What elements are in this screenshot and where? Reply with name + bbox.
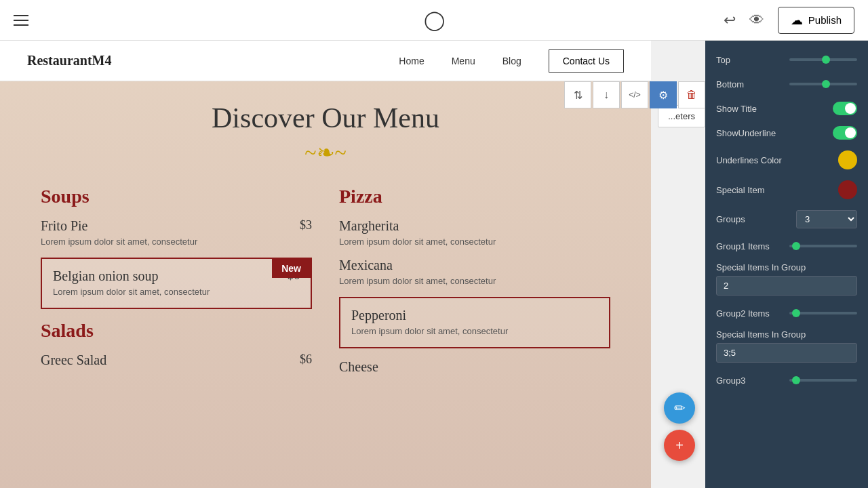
settings-panel: Top Bottom Show Title ShowUnderline Unde… <box>705 41 868 488</box>
menu-columns: Soups Frito Pie $3 Lorem ipsum dolor sit… <box>41 186 610 386</box>
top-slider-thumb[interactable] <box>822 56 830 64</box>
sort-button[interactable]: ⇅ <box>564 81 591 108</box>
item-name: Belgian onion soup <box>53 268 159 284</box>
bottom-slider[interactable] <box>789 83 857 85</box>
item-desc: Lorem ipsum dolor sit amet, consectetur <box>339 237 610 247</box>
plus-icon: + <box>675 438 684 453</box>
show-underline-toggle[interactable] <box>833 126 857 140</box>
item-desc: Lorem ipsum dolor sit amet, consectetur <box>339 276 610 286</box>
menu-item-cheese: Cheese <box>339 359 610 375</box>
group3-slider[interactable] <box>789 379 857 382</box>
item-price: $6 <box>300 352 312 367</box>
panel-underlines-color-row: Underlines Color <box>705 145 868 175</box>
show-title-toggle[interactable] <box>833 102 857 115</box>
item-price: $3 <box>300 218 312 232</box>
nav-blog[interactable]: Blog <box>502 56 521 66</box>
bottom-slider-thumb[interactable] <box>822 80 830 88</box>
category-salads: Salads <box>41 320 312 342</box>
main-content: RestaurantM4 Home Menu Blog Contact Us D… <box>0 41 651 488</box>
panel-group3-row: Group3 <box>705 368 868 392</box>
topbar: ◯ ↩ 👁 ☁ Publish <box>0 0 868 41</box>
underlines-color-swatch[interactable] <box>838 150 857 169</box>
panel-special-item-row: Special Item <box>705 175 868 205</box>
group2-items-label: Group2 Items <box>716 308 770 319</box>
fab-add-area: + <box>664 430 695 461</box>
preview-eye-icon[interactable]: 👁 <box>749 12 764 29</box>
panel-group1-items-row: Group1 Items <box>705 234 868 258</box>
group2-slider-thumb[interactable] <box>792 309 800 317</box>
item-name: Mexicana <box>339 258 610 273</box>
group1-items-label: Group1 Items <box>716 241 770 251</box>
special-items-group1-label-row: Special Items In Group <box>705 258 868 276</box>
topbar-center: ◯ <box>424 9 445 31</box>
download-button[interactable]: ↓ <box>593 81 620 108</box>
category-soups: Soups <box>41 186 312 207</box>
sort-icon: ⇅ <box>574 89 583 102</box>
code-icon: </> <box>629 90 640 100</box>
special-item-pepperoni: Pepperoni Lorem ipsum dolor sit amet, co… <box>339 297 610 348</box>
group1-slider-thumb[interactable] <box>792 242 800 250</box>
publish-button[interactable]: ☁ Publish <box>778 7 854 34</box>
special-items-group2-input[interactable] <box>716 343 857 363</box>
special-items-in-group-label1: Special Items In Group <box>716 262 806 272</box>
toggle-knob <box>845 127 856 138</box>
item-desc: Lorem ipsum dolor sit amet, consectetur <box>41 237 312 247</box>
special-items-in-group-label2: Special Items In Group <box>716 329 806 340</box>
underlines-color-label: Underlines Color <box>716 155 782 165</box>
special-items-group2-input-row <box>705 343 868 368</box>
menu-icon[interactable] <box>14 15 28 26</box>
site-logo: RestaurantM4 <box>27 53 111 68</box>
download-icon: ↓ <box>604 89 609 101</box>
group1-items-slider[interactable] <box>789 245 857 247</box>
site-nav: Home Menu Blog Contact Us <box>399 49 624 73</box>
groups-label: Groups <box>716 214 745 224</box>
item-name: Margherita <box>339 218 610 234</box>
panel-top-row: Top <box>705 47 868 72</box>
publish-label: Publish <box>808 14 842 26</box>
delete-icon: 🗑 <box>686 89 697 101</box>
menu-section: Discover Our Menu ~❧~ Soups Frito Pie $3… <box>0 81 651 488</box>
settings-button[interactable]: ⚙ <box>650 81 677 108</box>
pencil-icon: ✏ <box>674 400 686 416</box>
show-title-label: Show Title <box>716 104 757 114</box>
top-label: Top <box>716 55 730 65</box>
groups-select[interactable]: 1 2 3 4 5 <box>796 210 857 228</box>
nav-menu[interactable]: Menu <box>452 56 475 66</box>
parameters-label: ...eters <box>668 111 695 121</box>
group3-slider-thumb[interactable] <box>792 376 800 384</box>
undo-icon[interactable]: ↩ <box>724 12 736 29</box>
panel-show-underline-row: ShowUnderline <box>705 121 868 145</box>
category-pizza: Pizza <box>339 186 610 207</box>
show-underline-label: ShowUnderline <box>716 128 776 138</box>
code-button[interactable]: </> <box>621 81 648 108</box>
topbar-left <box>14 15 28 26</box>
special-items-group1-input-row <box>705 276 868 301</box>
panel-show-title-row: Show Title <box>705 96 868 121</box>
topbar-right: ↩ 👁 ☁ Publish <box>724 7 854 34</box>
fab-edit-area: ✏ <box>664 392 695 424</box>
panel-groups-row: Groups 1 2 3 4 5 <box>705 205 868 234</box>
special-items-group2-label-row: Special Items In Group <box>705 325 868 343</box>
menu-item: Greec Salad $6 <box>41 352 312 371</box>
delete-button[interactable]: 🗑 <box>678 81 705 108</box>
special-item-color-swatch[interactable] <box>838 180 857 199</box>
group2-items-slider[interactable] <box>789 312 857 314</box>
menu-item-margherita: Margherita Lorem ipsum dolor sit amet, c… <box>339 218 610 247</box>
special-item-label: Special Item <box>716 185 765 195</box>
edit-fab-button[interactable]: ✏ <box>664 392 695 424</box>
menu-underline-decoration: ~❧~ <box>41 140 610 165</box>
toggle-knob <box>845 103 856 114</box>
cloud-upload-icon: ☁ <box>791 13 803 28</box>
menu-item-mexicana: Mexicana Lorem ipsum dolor sit amet, con… <box>339 258 610 286</box>
menu-item-row: Frito Pie $3 <box>41 218 312 237</box>
special-items-group1-input[interactable] <box>716 276 857 296</box>
nav-home[interactable]: Home <box>399 56 424 66</box>
menu-item-row: Belgian onion soup $6 <box>53 268 300 287</box>
bottom-label: Bottom <box>716 79 744 89</box>
item-desc: Lorem ipsum dolor sit amet, consectetur <box>53 287 300 297</box>
contact-us-button[interactable]: Contact Us <box>549 49 624 73</box>
top-slider[interactable] <box>789 58 857 61</box>
panel-group2-items-row: Group2 Items <box>705 301 868 325</box>
add-fab-button[interactable]: + <box>664 430 695 461</box>
phone-device-icon: ◯ <box>424 9 445 30</box>
